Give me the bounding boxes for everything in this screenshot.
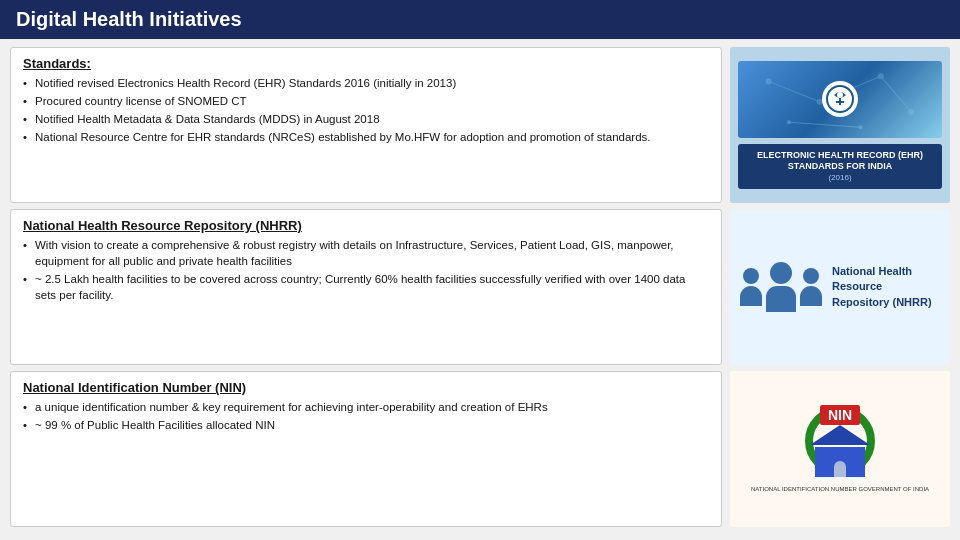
person-icon-large bbox=[766, 262, 796, 312]
svg-point-11 bbox=[837, 92, 843, 98]
list-item: Notified Health Metadata & Data Standard… bbox=[23, 111, 709, 127]
list-item: a unique identification number & key req… bbox=[23, 399, 709, 415]
main-content: Standards: Notified revised Electronics … bbox=[0, 39, 960, 535]
list-item: With vision to create a comprehensive & … bbox=[23, 237, 709, 269]
nhrr-person-icons bbox=[740, 262, 822, 312]
ehr-label1: ELECTRONIC HEALTH RECORD (EHR) bbox=[744, 150, 936, 162]
ehr-label2: STANDARDS FOR INDIA bbox=[744, 161, 936, 173]
standards-card: Standards: Notified revised Electronics … bbox=[10, 47, 722, 203]
standards-row: Standards: Notified revised Electronics … bbox=[10, 47, 950, 203]
nin-logo-text: NIN bbox=[820, 405, 860, 425]
nhrr-image-panel: National Health Resource Repository (NHR… bbox=[730, 209, 950, 365]
list-item: National Resource Centre for EHR standar… bbox=[23, 129, 709, 145]
ehr-image-panel: ELECTRONIC HEALTH RECORD (EHR) STANDARDS… bbox=[730, 47, 950, 203]
list-item: Notified revised Electronics Health Reco… bbox=[23, 75, 709, 91]
list-item: ~ 99 % of Public Health Facilities alloc… bbox=[23, 417, 709, 433]
nhrr-card: National Health Resource Repository (NHR… bbox=[10, 209, 722, 365]
list-item: ~ 2.5 Lakh health facilities to be cover… bbox=[23, 271, 709, 303]
nhrr-list: With vision to create a comprehensive & … bbox=[23, 237, 709, 303]
nin-row: National Identification Number (NIN) a u… bbox=[10, 371, 950, 527]
svg-line-9 bbox=[789, 122, 860, 127]
person-icon-small2 bbox=[800, 268, 822, 306]
nhrr-title: National Health Resource Repository (NHR… bbox=[23, 218, 709, 233]
nin-wreath: NIN bbox=[805, 406, 875, 476]
ehr-label3: (2016) bbox=[744, 173, 936, 183]
standards-title: Standards: bbox=[23, 56, 709, 71]
svg-line-4 bbox=[769, 81, 820, 101]
list-item: Procured country license of SNOMED CT bbox=[23, 93, 709, 109]
ehr-logo bbox=[822, 81, 858, 117]
nin-list: a unique identification number & key req… bbox=[23, 399, 709, 433]
nin-image-panel: NIN NATIONAL IDENTIFICATION NUMBER GOVER… bbox=[730, 371, 950, 527]
nin-title: National Identification Number (NIN) bbox=[23, 380, 709, 395]
nin-card: National Identification Number (NIN) a u… bbox=[10, 371, 722, 527]
page-header: Digital Health Initiatives bbox=[0, 0, 960, 39]
standards-list: Notified revised Electronics Health Reco… bbox=[23, 75, 709, 145]
nhrr-row: National Health Resource Repository (NHR… bbox=[10, 209, 950, 365]
page-title: Digital Health Initiatives bbox=[16, 8, 242, 30]
person-icon-small bbox=[740, 268, 762, 306]
nin-sub-label: NATIONAL IDENTIFICATION NUMBER GOVERNMEN… bbox=[751, 486, 929, 492]
svg-line-6 bbox=[881, 76, 912, 112]
nin-building bbox=[810, 425, 870, 477]
nhrr-label: National Health Resource Repository (NHR… bbox=[832, 264, 940, 310]
